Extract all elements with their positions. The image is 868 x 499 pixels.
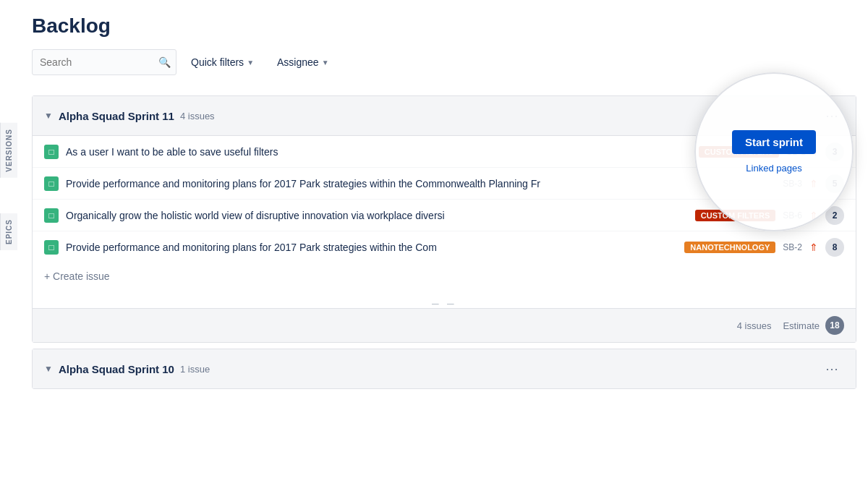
start-sprint-button[interactable]: Start sprint: [732, 130, 816, 154]
bookmark-icon: □: [48, 242, 54, 252]
issue-type-icon: □: [44, 208, 59, 223]
priority-highest-icon: ⇑: [809, 242, 818, 253]
drag-handle: ⎯ ⎯: [33, 289, 856, 308]
sprint-section-2: ▼ Alpha Squad Sprint 10 1 issue ⋯: [32, 349, 856, 389]
quick-filters-button[interactable]: Quick filters ▼: [182, 49, 263, 75]
issue-id: SB-2: [783, 242, 802, 252]
quick-filters-label: Quick filters: [191, 56, 244, 68]
label-badge: NANOTECHNOLOGY: [684, 242, 775, 253]
main-content: Backlog 🔍 Quick filters ▼ Assignee ▼: [20, 0, 868, 499]
bookmark-icon: □: [48, 147, 54, 157]
page-title: Backlog: [32, 14, 856, 38]
search-icon: 🔍: [158, 56, 171, 68]
assignee-filter-button[interactable]: Assignee ▼: [268, 49, 338, 75]
sprint-issue-count-2: 1 issue: [180, 364, 210, 375]
toolbar: 🔍 Quick filters ▼ Assignee ▼: [32, 49, 856, 75]
sprint-2-collapse-icon[interactable]: ▼: [44, 364, 53, 374]
table-row: □ Provide performance and monitoring pla…: [33, 231, 856, 263]
estimate-badge: 18: [825, 316, 844, 335]
issue-type-icon: □: [44, 176, 59, 191]
bookmark-icon: □: [48, 210, 54, 221]
create-issue-button[interactable]: + Create issue: [33, 263, 856, 289]
footer-estimate-label: Estimate: [783, 320, 820, 331]
sprint-collapse-icon[interactable]: ▼: [44, 111, 53, 121]
issue-summary[interactable]: Provide performance and monitoring plans…: [66, 242, 677, 253]
page-header: Backlog 🔍 Quick filters ▼ Assignee ▼: [32, 0, 856, 95]
story-points: 8: [825, 238, 844, 257]
sidebar-epics-label: EPICS: [0, 213, 17, 250]
footer-issues-count: 4 issues: [737, 320, 772, 331]
sprint-title-area-2: ▼ Alpha Squad Sprint 10 1 issue: [44, 363, 820, 375]
issue-summary[interactable]: Organically grow the holistic world view…: [66, 210, 688, 221]
sprint-more-button-2[interactable]: ⋯: [820, 358, 844, 380]
footer-estimate: Estimate 18: [783, 316, 844, 335]
issue-type-icon: □: [44, 240, 59, 255]
quick-filters-chevron-icon: ▼: [247, 59, 254, 67]
sprint-name-2: Alpha Squad Sprint 10: [59, 363, 174, 375]
sprint-name-1: Alpha Squad Sprint 11: [59, 110, 174, 122]
bookmark-icon: □: [48, 179, 54, 189]
search-input[interactable]: [32, 49, 176, 75]
sprint-issue-count-1: 4 issues: [180, 111, 215, 121]
page-container: VERSIONS EPICS Backlog 🔍 Quick filters ▼…: [0, 0, 868, 499]
search-wrapper: 🔍: [32, 49, 176, 75]
sprint-footer-1: 4 issues Estimate 18: [33, 308, 856, 342]
issue-summary[interactable]: Provide performance and monitoring plans…: [66, 178, 775, 189]
assignee-chevron-icon: ▼: [322, 59, 329, 67]
assignee-label: Assignee: [277, 56, 319, 68]
linked-pages-link[interactable]: Linked pages: [746, 163, 801, 174]
circle-highlight: Start sprint Linked pages: [694, 72, 854, 231]
issue-summary[interactable]: As a user I want to be able to save usef…: [66, 146, 692, 158]
sidebar-versions-label: VERSIONS: [0, 123, 17, 178]
sprint-header-2: ▼ Alpha Squad Sprint 10 1 issue ⋯: [33, 349, 856, 388]
issue-type-icon: □: [44, 145, 59, 159]
